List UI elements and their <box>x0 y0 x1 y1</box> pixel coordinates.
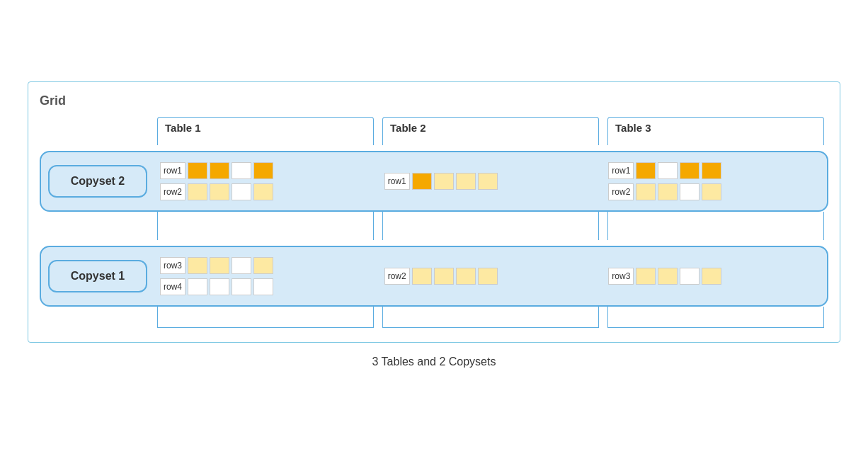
copyset1-table1-content: row3 row4 <box>154 257 379 295</box>
cs2-t1-row1: row1 <box>160 162 373 179</box>
cs2-t3-row2: row2 <box>608 183 821 200</box>
copyset2-table2-content: row1 <box>379 173 603 190</box>
grid-title: Grid <box>40 93 828 108</box>
copyset2-row: Copyset 2 row1 row2 <box>40 151 828 212</box>
copyset1-label-cell: Copyset 1 <box>41 260 154 292</box>
cs1-t3-row3: row3 <box>608 268 821 285</box>
cs1-t1-row3: row3 <box>160 257 373 274</box>
table2-header: Table 2 <box>382 117 599 145</box>
table3-header: Table 3 <box>607 117 824 145</box>
copyset1-label: Copyset 1 <box>48 260 147 292</box>
copyset1-table2-content: row2 <box>379 268 603 285</box>
cs2-t1-row2: row2 <box>160 183 373 200</box>
bottom-spacer <box>40 307 828 328</box>
header-spacer <box>40 117 153 145</box>
copyset2-table1-content: row1 row2 <box>154 162 379 200</box>
copyset2-label: Copyset 2 <box>48 165 147 198</box>
cs2-t3-row1: row1 <box>608 162 821 179</box>
copyset1-table3-content: row3 <box>603 268 827 285</box>
cs1-t2-row2: row2 <box>384 268 598 285</box>
headers-row: Table 1 Table 2 Table 3 <box>40 117 828 145</box>
row-spacer <box>40 212 828 240</box>
copyset2-label-cell: Copyset 2 <box>41 165 154 198</box>
cs2-t2-row1: row1 <box>384 173 598 190</box>
caption: 3 Tables and 2 Copysets <box>28 356 840 368</box>
copyset1-row: Copyset 1 row3 row4 <box>40 246 828 307</box>
grid-container: Grid Table 1 Table 2 Table 3 Copyset 2 <box>28 81 840 343</box>
cs1-t1-row4: row4 <box>160 278 373 295</box>
copyset2-table3-content: row1 row2 <box>603 162 827 200</box>
outer-wrapper: Grid Table 1 Table 2 Table 3 Copyset 2 <box>16 70 852 380</box>
table1-header: Table 1 <box>157 117 374 145</box>
